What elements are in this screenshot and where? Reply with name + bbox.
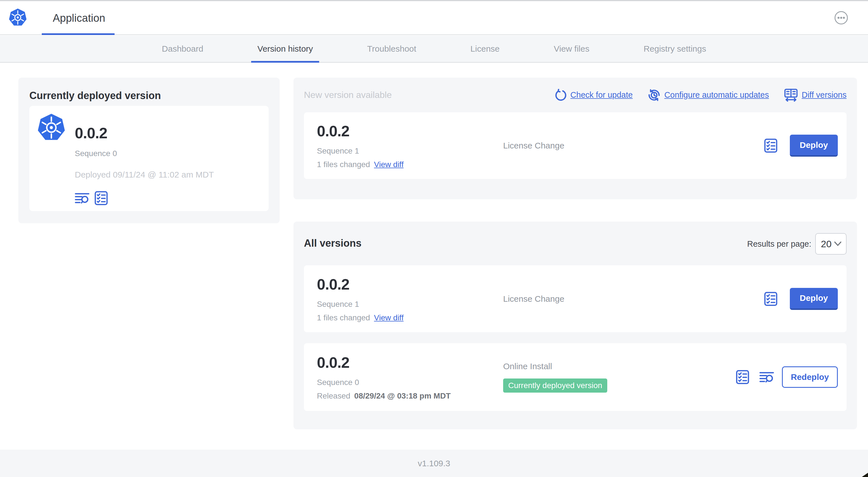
configure-automatic-updates-link[interactable]: Configure automatic updates	[648, 89, 769, 101]
deploy-button[interactable]: Deploy	[790, 288, 838, 310]
deploy-logs-icon[interactable]	[75, 192, 89, 204]
version-source-label: Online Install	[503, 362, 552, 371]
view-diff-link[interactable]: View diff	[374, 160, 404, 169]
app-title-active-underline	[42, 33, 115, 35]
currently-deployed-panel: Currently deployed version 0.0.2 Sequenc…	[18, 78, 280, 223]
deployed-sequence: Sequence 0	[75, 149, 214, 158]
currently-deployed-title: Currently deployed version	[29, 90, 161, 101]
version-sequence: Sequence 1	[317, 300, 404, 309]
app-title: Application	[53, 1, 105, 35]
tab-license[interactable]: License	[464, 35, 506, 62]
console-tabbar: Dashboard Version history Troubleshoot L…	[0, 35, 868, 63]
files-changed-label: 1 files changed	[317, 160, 370, 169]
ellipsis-menu-icon[interactable]	[834, 11, 848, 25]
console-version: v1.109.3	[417, 459, 450, 468]
version-sequence: Sequence 0	[317, 378, 451, 387]
released-timestamp: 08/29/24 @ 03:18 pm MDT	[354, 391, 451, 400]
released-label: Released	[317, 391, 350, 400]
version-number: 0.0.2	[317, 275, 404, 293]
deploy-logs-icon[interactable]	[760, 371, 774, 383]
tab-dashboard[interactable]: Dashboard	[156, 35, 210, 62]
version-row: 0.0.2 Sequence 1 1 files changed View di…	[304, 265, 846, 332]
version-source-label: License Change	[503, 141, 564, 150]
auto-update-clock-icon	[648, 89, 660, 101]
preflight-checklist-icon[interactable]	[736, 370, 749, 384]
diff-versions-link[interactable]: Diff versions	[784, 89, 846, 101]
deploy-button[interactable]: Deploy	[790, 135, 838, 157]
preflight-checklist-icon[interactable]	[764, 292, 777, 306]
diff-icon	[784, 89, 798, 101]
console-footer: v1.109.3	[0, 450, 868, 477]
kubernetes-app-icon	[37, 113, 66, 142]
version-row: 0.0.2 Sequence 0 Released 08/29/24 @ 03:…	[304, 343, 846, 411]
results-per-page-value: 20	[821, 239, 834, 249]
mouse-cursor-tip	[862, 473, 868, 477]
deployed-timestamp: Deployed 09/11/24 @ 11:02 am MDT	[75, 170, 214, 180]
tab-version-history[interactable]: Version history	[251, 35, 319, 62]
all-versions-section: All versions Results per page: 20 0.0.2 …	[293, 221, 857, 429]
results-per-page-select[interactable]: 20	[815, 233, 846, 255]
kubernetes-logo-icon	[8, 7, 27, 28]
files-changed-label: 1 files changed	[317, 313, 370, 322]
version-source-label: License Change	[503, 294, 564, 304]
app-header: Application	[0, 1, 868, 35]
version-sequence: Sequence 1	[317, 147, 404, 155]
results-per-page-label: Results per page:	[747, 239, 811, 249]
version-number: 0.0.2	[317, 122, 404, 140]
preflight-checklist-icon[interactable]	[764, 138, 777, 153]
preflight-checklist-icon[interactable]	[95, 191, 108, 206]
tab-troubleshoot[interactable]: Troubleshoot	[361, 35, 423, 62]
new-version-card: 0.0.2 Sequence 1 1 files changed View di…	[304, 112, 846, 179]
new-version-title: New version available	[304, 90, 392, 100]
deployed-version-number: 0.0.2	[75, 124, 214, 142]
check-for-update-link[interactable]: Check for update	[554, 89, 633, 101]
tab-view-files[interactable]: View files	[548, 35, 596, 62]
currently-deployed-badge: Currently deployed version	[503, 379, 607, 393]
currently-deployed-card: 0.0.2 Sequence 0 Deployed 09/11/24 @ 11:…	[29, 106, 269, 211]
refresh-icon	[554, 89, 566, 101]
version-number: 0.0.2	[317, 354, 451, 371]
tab-registry-settings[interactable]: Registry settings	[638, 35, 713, 62]
chevron-down-icon	[834, 241, 841, 246]
all-versions-title: All versions	[304, 237, 362, 249]
new-version-section: New version available Check for update C…	[293, 78, 857, 199]
redeploy-button[interactable]: Redeploy	[782, 366, 838, 388]
view-diff-link[interactable]: View diff	[374, 313, 404, 322]
